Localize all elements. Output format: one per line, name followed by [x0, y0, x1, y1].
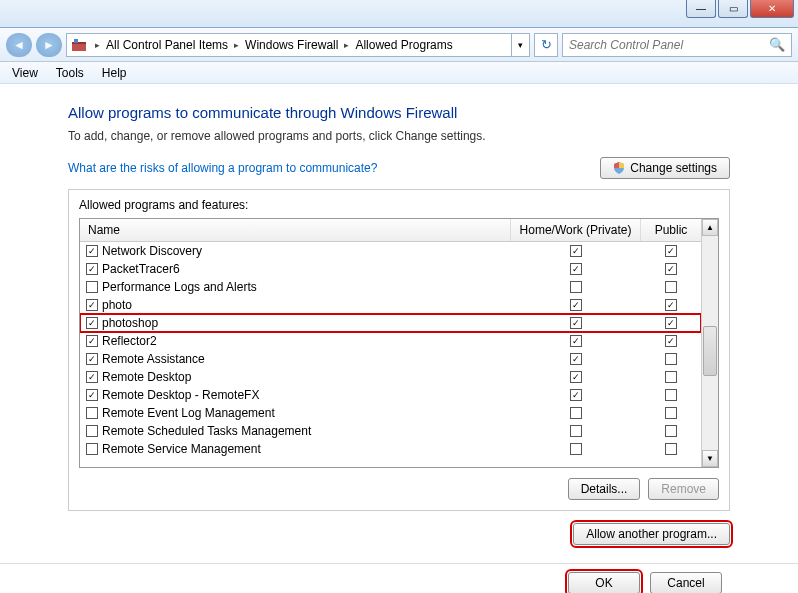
scroll-down-button[interactable]: ▼ — [702, 450, 718, 467]
col-homework[interactable]: Home/Work (Private) — [511, 219, 641, 241]
remove-button[interactable]: Remove — [648, 478, 719, 500]
public-checkbox[interactable] — [665, 425, 677, 437]
homework-checkbox[interactable] — [570, 263, 582, 275]
dialog-footer: OK Cancel — [0, 563, 798, 593]
homework-checkbox[interactable] — [570, 443, 582, 455]
programs-list: Name Home/Work (Private) Public Network … — [79, 218, 719, 468]
programs-panel: Allowed programs and features: Name Home… — [68, 189, 730, 511]
homework-checkbox[interactable] — [570, 407, 582, 419]
scroll-thumb[interactable] — [703, 326, 717, 376]
list-item[interactable]: Remote Assistance — [80, 350, 701, 368]
change-settings-button[interactable]: Change settings — [600, 157, 730, 179]
refresh-button[interactable]: ↻ — [534, 33, 558, 57]
homework-checkbox[interactable] — [570, 371, 582, 383]
public-checkbox[interactable] — [665, 245, 677, 257]
homework-checkbox[interactable] — [570, 353, 582, 365]
search-input[interactable] — [569, 38, 769, 52]
back-button[interactable]: ◄ — [6, 33, 32, 57]
public-checkbox[interactable] — [665, 281, 677, 293]
enable-checkbox[interactable] — [86, 389, 98, 401]
homework-checkbox[interactable] — [570, 245, 582, 257]
public-checkbox[interactable] — [665, 317, 677, 329]
breadcrumb-dropdown[interactable]: ▾ — [511, 34, 529, 56]
breadcrumb-item[interactable]: Allowed Programs — [353, 38, 454, 52]
col-public[interactable]: Public — [641, 219, 701, 241]
enable-checkbox[interactable] — [86, 317, 98, 329]
minimize-button[interactable]: — — [686, 0, 716, 18]
public-checkbox[interactable] — [665, 407, 677, 419]
forward-button[interactable]: ► — [36, 33, 62, 57]
public-checkbox[interactable] — [665, 443, 677, 455]
list-item[interactable]: Remote Desktop — [80, 368, 701, 386]
enable-checkbox[interactable] — [86, 353, 98, 365]
close-button[interactable]: ✕ — [750, 0, 794, 18]
title-bar: — ▭ ✕ — [0, 0, 798, 28]
search-box[interactable]: 🔍 — [562, 33, 792, 57]
enable-checkbox[interactable] — [86, 425, 98, 437]
svg-rect-2 — [74, 39, 78, 43]
panel-label: Allowed programs and features: — [79, 198, 719, 212]
homework-checkbox[interactable] — [570, 335, 582, 347]
list-header[interactable]: Name Home/Work (Private) Public — [80, 219, 701, 242]
chevron-right-icon: ▸ — [340, 40, 353, 50]
col-name[interactable]: Name — [80, 219, 511, 241]
allow-another-program-button[interactable]: Allow another program... — [573, 523, 730, 545]
enable-checkbox[interactable] — [86, 263, 98, 275]
list-item[interactable]: Remote Event Log Management — [80, 404, 701, 422]
homework-checkbox[interactable] — [570, 317, 582, 329]
list-item[interactable]: Remote Scheduled Tasks Management — [80, 422, 701, 440]
enable-checkbox[interactable] — [86, 245, 98, 257]
menu-view[interactable]: View — [12, 66, 38, 80]
enable-checkbox[interactable] — [86, 281, 98, 293]
public-checkbox[interactable] — [665, 389, 677, 401]
cancel-button[interactable]: Cancel — [650, 572, 722, 593]
program-name: Network Discovery — [102, 244, 202, 258]
search-icon[interactable]: 🔍 — [769, 37, 785, 52]
homework-checkbox[interactable] — [570, 281, 582, 293]
program-name: Remote Event Log Management — [102, 406, 275, 420]
program-name: photoshop — [102, 316, 158, 330]
scroll-track[interactable] — [702, 236, 718, 450]
program-name: Remote Assistance — [102, 352, 205, 366]
enable-checkbox[interactable] — [86, 407, 98, 419]
scrollbar[interactable]: ▲ ▼ — [701, 219, 718, 467]
list-item[interactable]: photoshop — [80, 314, 701, 332]
enable-checkbox[interactable] — [86, 299, 98, 311]
menu-help[interactable]: Help — [102, 66, 127, 80]
scroll-up-button[interactable]: ▲ — [702, 219, 718, 236]
program-name: Remote Desktop — [102, 370, 191, 384]
list-item[interactable]: Performance Logs and Alerts — [80, 278, 701, 296]
program-name: Remote Desktop - RemoteFX — [102, 388, 259, 402]
enable-checkbox[interactable] — [86, 371, 98, 383]
details-button[interactable]: Details... — [568, 478, 641, 500]
public-checkbox[interactable] — [665, 263, 677, 275]
public-checkbox[interactable] — [665, 335, 677, 347]
list-item[interactable]: Reflector2 — [80, 332, 701, 350]
maximize-button[interactable]: ▭ — [718, 0, 748, 18]
chevron-right-icon: ▸ — [230, 40, 243, 50]
menu-tools[interactable]: Tools — [56, 66, 84, 80]
public-checkbox[interactable] — [665, 299, 677, 311]
program-name: Remote Scheduled Tasks Management — [102, 424, 311, 438]
program-name: PacketTracer6 — [102, 262, 180, 276]
homework-checkbox[interactable] — [570, 389, 582, 401]
enable-checkbox[interactable] — [86, 443, 98, 455]
shield-icon — [613, 162, 625, 174]
breadcrumb-item[interactable]: All Control Panel Items — [104, 38, 230, 52]
page-subtext: To add, change, or remove allowed progra… — [68, 129, 730, 143]
firewall-icon — [71, 37, 87, 53]
breadcrumb[interactable]: ▸ All Control Panel Items ▸ Windows Fire… — [66, 33, 530, 57]
enable-checkbox[interactable] — [86, 335, 98, 347]
list-item[interactable]: Remote Service Management — [80, 440, 701, 458]
homework-checkbox[interactable] — [570, 425, 582, 437]
breadcrumb-item[interactable]: Windows Firewall — [243, 38, 340, 52]
homework-checkbox[interactable] — [570, 299, 582, 311]
list-item[interactable]: PacketTracer6 — [80, 260, 701, 278]
list-item[interactable]: Network Discovery — [80, 242, 701, 260]
ok-button[interactable]: OK — [568, 572, 640, 593]
list-item[interactable]: Remote Desktop - RemoteFX — [80, 386, 701, 404]
public-checkbox[interactable] — [665, 353, 677, 365]
risks-link[interactable]: What are the risks of allowing a program… — [68, 161, 377, 175]
public-checkbox[interactable] — [665, 371, 677, 383]
list-item[interactable]: photo — [80, 296, 701, 314]
